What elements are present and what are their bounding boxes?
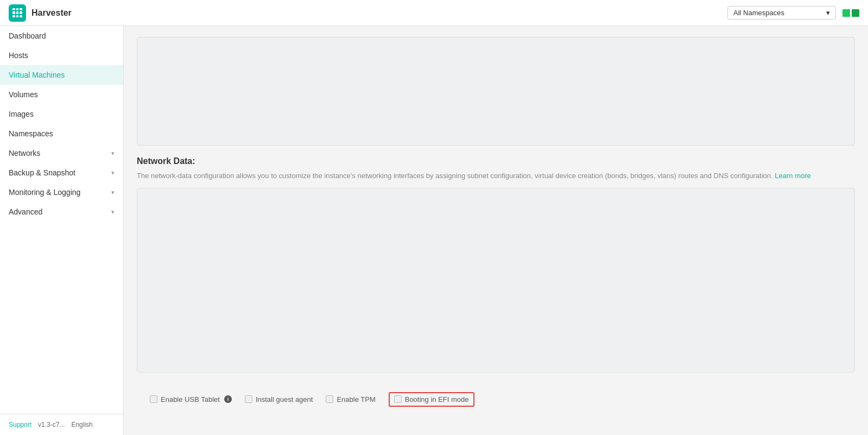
sidebar-item-images[interactable]: Images: [0, 104, 123, 124]
info-icon: i: [224, 395, 232, 403]
booting-efi-mode-option[interactable]: Booting in EFI mode: [389, 392, 474, 407]
content-area: Network Data: The network-data configura…: [124, 26, 868, 435]
sidebar: Dashboard Hosts Virtual Machines Volumes…: [0, 26, 124, 435]
language-label: English: [71, 421, 92, 428]
sidebar-item-label: Images: [9, 110, 34, 118]
main-content: Network Data: The network-data configura…: [124, 26, 868, 435]
rancher-logo: [842, 9, 859, 17]
network-data-editor[interactable]: [137, 188, 855, 373]
sidebar-item-dashboard[interactable]: Dashboard: [0, 26, 123, 46]
usb-tablet-checkbox[interactable]: [150, 395, 157, 403]
sidebar-item-virtual-machines[interactable]: Virtual Machines: [0, 65, 123, 85]
layout: Dashboard Hosts Virtual Machines Volumes…: [0, 26, 868, 435]
sidebar-item-label: Hosts: [9, 51, 28, 60]
sidebar-footer: Support v1.3-c7... English: [0, 414, 123, 435]
efi-mode-checkbox[interactable]: [394, 395, 402, 403]
upper-code-editor[interactable]: [137, 37, 855, 146]
sidebar-item-label: Virtual Machines: [9, 71, 65, 79]
chevron-down-icon: ▾: [111, 209, 115, 216]
chevron-down-icon: ▾: [111, 150, 115, 157]
rancher-square-2: [852, 9, 859, 17]
chevron-down-icon: ▾: [826, 9, 830, 17]
app-logo: [9, 4, 26, 22]
bottom-options: Enable USB Tablet i Install guest agent …: [137, 383, 855, 415]
efi-mode-label: Booting in EFI mode: [405, 395, 469, 404]
rancher-square-1: [842, 9, 850, 17]
enable-tpm-option[interactable]: Enable TPM: [326, 395, 375, 404]
namespace-selector[interactable]: All Namespaces ▾: [727, 6, 836, 20]
network-data-description-text: The network-data configuration allows yo…: [137, 172, 773, 180]
usb-tablet-label: Enable USB Tablet: [161, 395, 220, 404]
guest-agent-label: Install guest agent: [256, 395, 313, 404]
sidebar-item-volumes[interactable]: Volumes: [0, 85, 123, 104]
sidebar-item-monitoring-logging[interactable]: Monitoring & Logging ▾: [0, 182, 123, 202]
sidebar-item-label: Advanced: [9, 207, 42, 216]
sidebar-item-backup-snapshot[interactable]: Backup & Snapshot ▾: [0, 163, 123, 182]
install-guest-agent-option[interactable]: Install guest agent: [245, 395, 313, 404]
learn-more-link[interactable]: Learn more: [775, 172, 810, 180]
version-label: v1.3-c7...: [38, 421, 65, 428]
sidebar-item-label: Volumes: [9, 90, 38, 99]
tpm-checkbox[interactable]: [326, 395, 333, 403]
sidebar-item-label: Networks: [9, 149, 40, 157]
chevron-down-icon: ▾: [111, 169, 115, 176]
sidebar-item-label: Dashboard: [9, 31, 46, 40]
app-name: Harvester: [31, 8, 72, 18]
header: Harvester All Namespaces ▾: [0, 0, 868, 26]
sidebar-item-namespaces[interactable]: Namespaces: [0, 124, 123, 143]
network-data-title: Network Data:: [137, 156, 855, 166]
chevron-down-icon: ▾: [111, 189, 115, 196]
guest-agent-checkbox[interactable]: [245, 395, 252, 403]
sidebar-item-networks[interactable]: Networks ▾: [0, 143, 123, 163]
header-left: Harvester: [9, 4, 72, 22]
sidebar-item-label: Monitoring & Logging: [9, 188, 80, 197]
enable-usb-tablet-option[interactable]: Enable USB Tablet i: [150, 395, 232, 404]
header-right: All Namespaces ▾: [727, 6, 859, 20]
sidebar-item-label: Backup & Snapshot: [9, 168, 75, 177]
tpm-label: Enable TPM: [337, 395, 375, 404]
support-link[interactable]: Support: [9, 421, 31, 428]
sidebar-item-hosts[interactable]: Hosts: [0, 46, 123, 65]
namespace-label: All Namespaces: [733, 9, 784, 17]
network-data-description: The network-data configuration allows yo…: [137, 171, 855, 181]
sidebar-item-advanced[interactable]: Advanced ▾: [0, 202, 123, 222]
sidebar-item-label: Namespaces: [9, 129, 53, 138]
